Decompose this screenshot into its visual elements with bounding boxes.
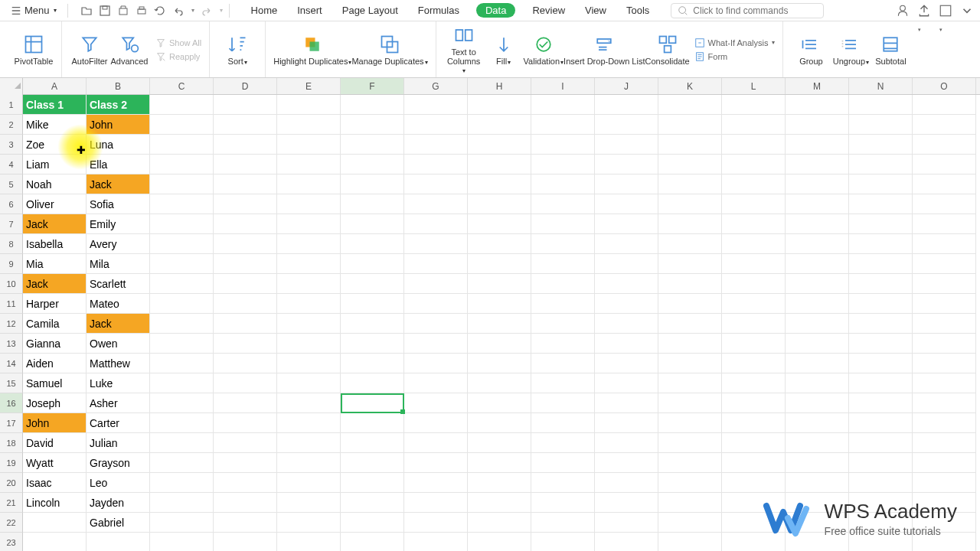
cell-I14[interactable] [531,354,595,373]
user-icon[interactable] [896,4,910,18]
cell-L10[interactable] [722,274,786,294]
cell-C17[interactable] [150,413,214,433]
cell-C16[interactable] [150,393,214,413]
cell-G4[interactable] [404,155,468,174]
column-header-A[interactable]: A [23,78,87,94]
cell-H6[interactable] [468,194,531,214]
cell-J15[interactable] [595,373,658,393]
row-header-12[interactable]: 12 [0,314,23,334]
cell-M20[interactable] [786,473,849,493]
cell-B10[interactable]: Scarlett [87,274,150,294]
cell-A8[interactable]: Isabella [23,234,87,254]
row-header-5[interactable]: 5 [0,174,23,194]
cell-N6[interactable] [849,194,913,214]
print-preview-icon[interactable] [117,5,129,17]
cell-H13[interactable] [468,334,531,354]
fill-button[interactable]: Fill▾ [484,34,524,66]
save-icon[interactable] [99,5,111,17]
cell-O7[interactable] [913,214,976,234]
cell-D16[interactable] [214,393,277,413]
cell-G7[interactable] [404,214,468,234]
cell-C8[interactable] [150,234,214,254]
cell-K9[interactable] [658,254,722,274]
cell-B14[interactable]: Matthew [87,354,150,373]
cell-B5[interactable]: Jack [87,174,150,194]
cell-I20[interactable] [531,473,595,493]
cell-G5[interactable] [404,174,468,194]
cell-K3[interactable] [658,135,722,155]
cell-L5[interactable] [722,174,786,194]
cell-G21[interactable] [404,493,468,513]
cell-C12[interactable] [150,314,214,334]
command-search[interactable] [671,3,824,18]
cell-C20[interactable] [150,473,214,493]
cell-C3[interactable] [150,135,214,155]
undo-dropdown[interactable]: ▾ [191,7,194,14]
cell-H5[interactable] [468,174,531,194]
cell-I16[interactable] [531,393,595,413]
tab-insert[interactable]: Insert [294,2,325,19]
row-header-19[interactable]: 19 [0,453,23,473]
cell-D23[interactable] [214,533,277,551]
cell-E16[interactable] [277,393,341,413]
cell-C2[interactable] [150,115,214,135]
cell-K23[interactable] [658,533,722,551]
print-icon[interactable] [136,5,148,17]
cell-B2[interactable]: John [87,115,150,135]
column-header-C[interactable]: C [150,78,214,94]
cell-F3[interactable] [341,135,404,155]
cell-F9[interactable] [341,254,404,274]
cell-B4[interactable]: Ella [87,155,150,174]
row-header-7[interactable]: 7 [0,214,23,234]
ungroup-button[interactable]: Ungroup▾ [831,34,871,66]
cell-K16[interactable] [658,393,722,413]
cell-I6[interactable] [531,194,595,214]
cell-N16[interactable] [849,393,913,413]
cell-K19[interactable] [658,453,722,473]
cell-M12[interactable] [786,314,849,334]
cell-A20[interactable]: Isaac [23,473,87,493]
cell-J23[interactable] [595,533,658,551]
cell-E6[interactable] [277,194,341,214]
cell-G23[interactable] [404,533,468,551]
row-header-18[interactable]: 18 [0,433,23,453]
cell-M17[interactable] [786,413,849,433]
cell-C4[interactable] [150,155,214,174]
pivottable-button[interactable]: PivotTable [14,34,54,66]
cell-G10[interactable] [404,274,468,294]
cell-A22[interactable] [23,513,87,533]
cell-E3[interactable] [277,135,341,155]
cell-J22[interactable] [595,513,658,533]
cell-D10[interactable] [214,274,277,294]
cell-N9[interactable] [849,254,913,274]
cell-A18[interactable]: David [23,433,87,453]
cell-L9[interactable] [722,254,786,274]
cell-K13[interactable] [658,334,722,354]
cell-O1[interactable] [913,95,976,115]
cell-H20[interactable] [468,473,531,493]
cell-H22[interactable] [468,513,531,533]
cell-E10[interactable] [277,274,341,294]
cell-C22[interactable] [150,513,214,533]
text-to-columns-button[interactable]: Text to Columns▾ [444,24,484,74]
cell-J16[interactable] [595,393,658,413]
cell-G22[interactable] [404,513,468,533]
validation-button[interactable]: Validation▾ [524,34,564,66]
cell-M14[interactable] [786,354,849,373]
cell-E8[interactable] [277,234,341,254]
cell-G16[interactable] [404,393,468,413]
cell-J10[interactable] [595,274,658,294]
cell-K5[interactable] [658,174,722,194]
redo-dropdown[interactable]: ▾ [220,7,223,14]
cell-B20[interactable]: Leo [87,473,150,493]
cell-E5[interactable] [277,174,341,194]
cell-K11[interactable] [658,294,722,314]
cell-G14[interactable] [404,354,468,373]
cell-I4[interactable] [531,155,595,174]
tab-view[interactable]: View [582,2,609,19]
menu-button[interactable]: Menu ▾ [6,3,61,18]
cell-B7[interactable]: Emily [87,214,150,234]
search-input[interactable] [693,5,815,16]
share-icon[interactable]: ▾ [917,4,931,18]
cell-O16[interactable] [913,393,976,413]
